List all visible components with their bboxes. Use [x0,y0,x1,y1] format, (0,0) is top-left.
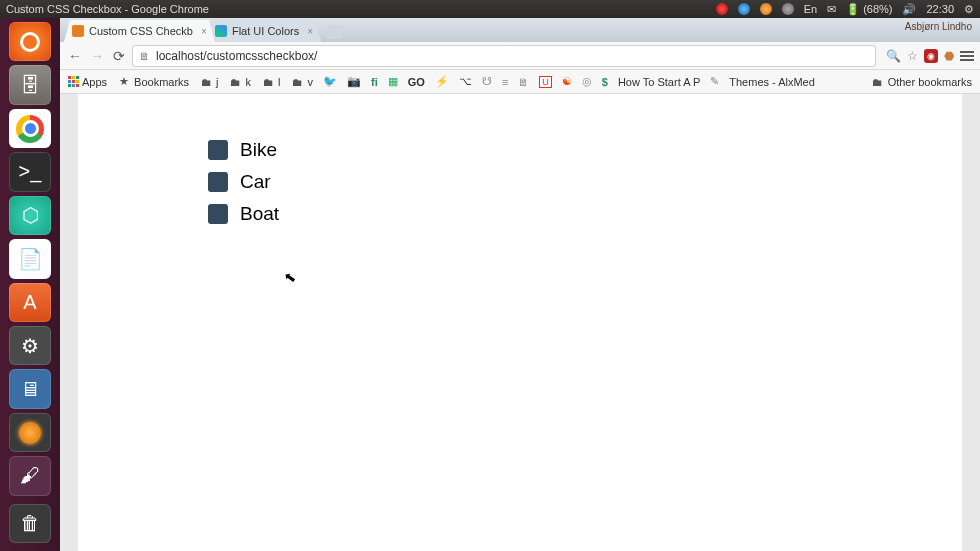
volume-icon[interactable]: 🔊 [902,3,916,16]
launcher-updates[interactable] [9,413,51,452]
bookmarks-menu[interactable]: ★Bookmarks [117,75,189,88]
unity-launcher: 🗄 >_ ⬡ 📄 A ⚙ 🖥 🖌 🗑 [0,18,60,551]
zoom-icon[interactable]: 🔍 [886,49,901,63]
gnome-top-panel: Custom CSS Checkbox - Google Chrome En ✉… [0,0,980,18]
bookmark-twitter-icon[interactable]: 🐦 [323,75,337,88]
back-button[interactable]: ← [66,47,84,65]
page-content: Bike Car Boat ⬉ [78,94,962,551]
chrome-profile-name[interactable]: Asbjørn Lindho [905,21,972,32]
tray-dot-blue[interactable] [738,3,750,15]
tab-label: Custom CSS Checkb [89,25,193,37]
forward-button[interactable]: → [88,47,106,65]
launcher-files[interactable]: 🗄 [9,65,51,104]
mouse-cursor-icon: ⬉ [283,268,298,286]
bookmark-bolt-icon[interactable]: ⚡ [435,75,449,88]
launcher-chrome[interactable] [9,109,51,148]
launcher-software[interactable]: A [9,283,51,322]
checkbox-label[interactable]: Car [240,171,271,193]
launcher-dash[interactable] [9,22,51,61]
clock[interactable]: 22:30 [926,3,954,15]
bookmark-howto[interactable]: How To Start A P [618,76,700,88]
favicon-icon [72,25,84,37]
checkbox-list: Bike Car Boat [208,139,962,225]
bookmark-pencil-icon[interactable]: ✎ [710,75,719,88]
launcher-atom[interactable]: ⬡ [9,196,51,235]
bookmark-folder-j[interactable]: 🖿j [199,76,218,88]
bookmark-folder-v[interactable]: 🖿v [291,76,314,88]
launcher-writer[interactable]: 📄 [9,239,51,278]
other-bookmarks[interactable]: 🖿Other bookmarks [871,76,972,88]
bookmark-person-icon[interactable]: ☋ [482,75,492,88]
reload-button[interactable]: ⟳ [110,47,128,65]
tab-flat-ui-colors[interactable]: Flat UI Colors × [207,20,321,42]
bookmark-doc-icon[interactable]: 🗎 [518,76,529,88]
checkbox-bike[interactable] [208,140,228,160]
bookmark-themes[interactable]: Themes - AlxMed [729,76,815,88]
launcher-displays[interactable]: 🖥 [9,369,51,408]
tab-close-icon[interactable]: × [307,26,313,37]
star-icon[interactable]: ☆ [907,49,918,63]
checkbox-car[interactable] [208,172,228,192]
launcher-trash[interactable]: 🗑 [9,504,51,543]
bookmark-red-icon[interactable]: U [539,76,552,88]
checkbox-row-bike: Bike [208,139,962,161]
battery-indicator[interactable]: 🔋(68%) [846,3,892,16]
window-title: Custom CSS Checkbox - Google Chrome [6,3,209,15]
address-bar[interactable]: 🗎 localhost/customcsscheckbox/ [132,45,876,67]
bookmark-github-icon[interactable]: ⌥ [459,75,472,88]
launcher-brush[interactable]: 🖌 [9,456,51,495]
checkbox-row-boat: Boat [208,203,962,225]
bookmarks-bar: Apps ★Bookmarks 🖿j 🖿k 🖿l 🖿v 🐦 📷 fi ▦ GO … [60,70,980,94]
bookmark-lines-icon[interactable]: ≡ [502,76,508,88]
browser-toolbar: ← → ⟳ 🗎 localhost/customcsscheckbox/ 🔍 ☆… [60,42,980,70]
tray-dot-orange[interactable] [760,3,772,15]
apps-shortcut[interactable]: Apps [68,76,107,88]
checkbox-boat[interactable] [208,204,228,224]
bookmark-folder-k[interactable]: 🖿k [229,76,252,88]
tab-label: Flat UI Colors [232,25,299,37]
system-gear-icon[interactable]: ⚙ [964,3,974,16]
bookmark-target-icon[interactable]: ◎ [582,75,592,88]
checkbox-label[interactable]: Boat [240,203,279,225]
bookmark-folder-l[interactable]: 🖿l [261,76,280,88]
bookmark-go-icon[interactable]: GO [408,76,425,88]
keyboard-layout-indicator[interactable]: En [804,3,817,15]
tab-custom-css-checkbox[interactable]: Custom CSS Checkb × [64,20,215,42]
chrome-window: Custom CSS Checkb × Flat UI Colors × Asb… [60,18,980,551]
ublock-icon[interactable]: ◉ [924,49,938,63]
url-text: localhost/customcsscheckbox/ [156,49,317,63]
bookmark-dollar-icon[interactable]: $ [602,76,608,88]
tray-dot-red[interactable] [716,3,728,15]
new-tab-button[interactable] [325,25,345,39]
tray-dot-grey[interactable] [782,3,794,15]
chrome-menu-button[interactable] [960,51,974,61]
launcher-settings[interactable]: ⚙ [9,326,51,365]
mail-icon[interactable]: ✉ [827,3,836,16]
bookmark-green-icon[interactable]: ▦ [388,75,398,88]
extension-icon[interactable]: ⬣ [944,49,954,63]
apps-grid-icon [68,76,79,87]
tab-close-icon[interactable]: × [201,26,207,37]
launcher-terminal[interactable]: >_ [9,152,51,191]
favicon-icon [215,25,227,37]
site-info-icon[interactable]: 🗎 [139,50,150,62]
checkbox-label[interactable]: Bike [240,139,277,161]
bookmark-reddit-icon[interactable]: ☯ [562,75,572,88]
checkbox-row-car: Car [208,171,962,193]
tab-strip: Custom CSS Checkb × Flat UI Colors × Asb… [60,18,980,42]
web-page: Bike Car Boat ⬉ [60,94,980,551]
bookmark-camera-icon[interactable]: 📷 [347,75,361,88]
bookmark-fi-icon[interactable]: fi [371,76,378,88]
